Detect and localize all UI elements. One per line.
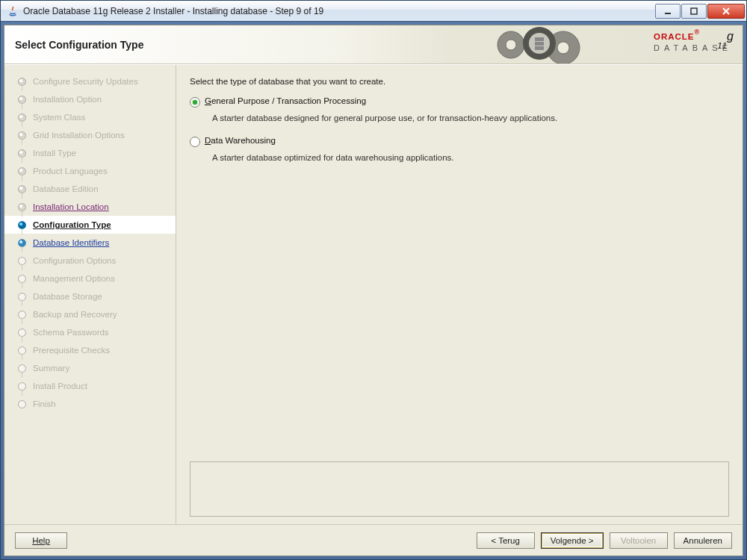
step-dot-icon [18,400,26,408]
step-item[interactable]: Database Identifiers [4,234,176,252]
titlebar: Oracle Database 11g Release 2 Installer … [1,1,746,22]
svg-rect-1 [691,8,697,14]
step-dot-icon [18,257,26,265]
step-dot-icon [18,275,26,283]
step-dot-icon [18,364,26,373]
step-dot-icon [18,239,26,247]
step-dot-icon [18,96,26,104]
step-item[interactable]: Configuration Type [4,216,176,234]
minimize-button[interactable] [655,4,681,19]
step-dot-icon [18,346,26,355]
step-label: System Class [33,113,85,122]
step-label: Schema Passwords [33,328,109,337]
step-item: Database Edition [4,180,176,198]
step-dot-icon [18,185,26,193]
brand-logo: ORACLE® DATABASE 11g [654,28,732,52]
radio-icon [190,97,200,108]
step-item: Schema Passwords [4,323,176,341]
step-dot-icon [18,149,26,158]
step-label: Database Storage [33,292,102,301]
page-title: Select Configuration Type [15,39,143,51]
content-pane: Select the type of database that you wan… [176,65,743,524]
close-button[interactable] [707,4,745,19]
step-label: Product Languages [33,167,108,175]
finish-button: Voltooien [610,532,668,549]
gears-icon [481,25,601,64]
step-dot-icon [18,293,26,301]
step-item: Configuration Options [4,252,176,270]
svg-rect-11 [535,42,544,46]
maximize-button[interactable] [681,4,707,19]
help-button[interactable]: Help [15,532,67,549]
step-label: Installation Location [33,202,109,211]
option-description: A starter database designed for general … [212,113,729,122]
svg-rect-10 [535,37,544,41]
installer-panel: Select Configuration Type ORA [4,25,743,556]
step-label: Summary [33,364,69,373]
option-label: General Purpose / Transaction Processing [205,96,366,105]
footer-bar: Help < Terug Volgende > Voltooien Annule… [4,524,743,556]
step-dot-icon [18,221,26,229]
step-label: Grid Installation Options [33,131,125,140]
step-item: Grid Installation Options [4,126,176,144]
window-title: Oracle Database 11g Release 2 Installer … [23,6,654,16]
cancel-button[interactable]: Annuleren [674,532,732,549]
step-item: Database Storage [4,287,176,305]
step-dot-icon [18,203,26,211]
svg-rect-12 [535,46,544,50]
step-dot-icon [18,131,26,140]
window-buttons [654,4,745,19]
java-icon [7,5,19,17]
step-dot-icon [18,329,26,337]
steps-sidebar: Configure Security UpdatesInstallation O… [4,65,176,524]
step-label: Database Identifiers [33,238,109,247]
step-dot-icon [18,113,26,122]
header-band: Select Configuration Type ORA [4,25,743,64]
step-label: Configure Security Updates [33,77,138,86]
step-label: Prerequisite Checks [33,346,110,355]
step-dot-icon [18,311,26,319]
step-dot-icon [18,167,26,175]
next-button[interactable]: Volgende > [541,532,604,549]
option-label: Data Warehousing [205,136,276,145]
config-type-option[interactable]: General Purpose / Transaction Processing [190,96,729,108]
step-item: Install Type [4,144,176,162]
installer-window: Oracle Database 11g Release 2 Installer … [0,0,747,560]
step-label: Install Type [33,149,76,158]
option-description: A starter database optimized for data wa… [212,153,729,162]
svg-point-5 [506,40,516,50]
step-label: Database Edition [33,184,99,193]
step-item[interactable]: Installation Location [4,198,176,216]
step-item: Finish [4,395,176,413]
step-item: Installation Option [4,90,176,108]
radio-icon [190,137,200,147]
step-label: Installation Option [33,95,102,104]
step-item: Summary [4,359,176,377]
step-item: Configure Security Updates [4,72,176,90]
lead-text: Select the type of database that you wan… [190,77,729,86]
step-label: Install Product [33,382,87,391]
svg-point-7 [557,42,569,54]
step-label: Management Options [33,274,115,283]
back-button[interactable]: < Terug [477,532,535,549]
step-item: Backup and Recovery [4,305,176,323]
step-label: Configuration Options [33,256,116,265]
step-item: Install Product [4,377,176,395]
step-dot-icon [18,78,26,86]
step-item: Prerequisite Checks [4,341,176,359]
step-dot-icon [18,382,26,391]
step-label: Finish [33,399,56,408]
step-label: Configuration Type [33,220,111,229]
config-type-option[interactable]: Data Warehousing [190,136,729,147]
step-item: System Class [4,108,176,126]
step-item: Product Languages [4,162,176,180]
step-item: Management Options [4,270,176,287]
step-label: Backup and Recovery [33,310,117,319]
message-area [190,461,729,517]
